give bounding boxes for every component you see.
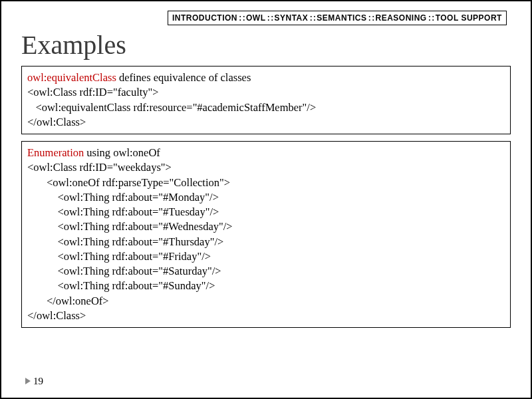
code-line: <owl:Thing rdf:about="#Friday"/>	[27, 249, 505, 264]
slide: INTRODUCTION : : OWL : : SYNTAX : : SEMA…	[0, 0, 532, 399]
breadcrumb-sep: : :	[266, 13, 275, 23]
code-line: <owl:Class rdf:ID="weekdays">	[27, 160, 505, 175]
box-lead: owl:equivalentClass defines equivalence …	[27, 70, 505, 85]
breadcrumb-item: SEMANTICS	[317, 13, 366, 23]
code-line: </owl:oneOf>	[27, 294, 505, 309]
code-line: <owl:Class rdf:ID="faculty">	[27, 85, 505, 100]
footer: 19	[25, 376, 43, 387]
breadcrumb-sep: : :	[237, 13, 246, 23]
code-line: </owl:Class>	[27, 115, 505, 130]
breadcrumb-item: REASONING	[375, 13, 426, 23]
code-line: <owl:Thing rdf:about="#Tuesday"/>	[27, 205, 505, 219]
arrow-right-icon	[25, 378, 31, 384]
breadcrumb-sep: : :	[427, 13, 436, 23]
code-line: <owl:Thing rdf:about="#Monday"/>	[27, 190, 505, 205]
lead-rest: defines equivalence of classes	[116, 71, 251, 84]
breadcrumb-item: INTRODUCTION	[172, 13, 237, 23]
code-line: <owl:Thing rdf:about="#Sunday"/>	[27, 279, 505, 293]
code-line: <owl:Thing rdf:about="#Wednesday"/>	[27, 219, 505, 234]
highlight-term: Enumeration	[27, 146, 84, 159]
lead-rest: using owl:oneOf	[84, 146, 160, 159]
code-line: <owl:equivalentClass rdf:resource="#acad…	[27, 100, 505, 115]
example-box-equivalentclass: owl:equivalentClass defines equivalence …	[21, 66, 511, 134]
breadcrumb: INTRODUCTION : : OWL : : SYNTAX : : SEMA…	[168, 11, 507, 25]
breadcrumb-item: OWL	[246, 13, 266, 23]
code-line: <owl:Thing rdf:about="#Saturday"/>	[27, 264, 505, 279]
breadcrumb-item: TOOL SUPPORT	[436, 13, 502, 23]
breadcrumb-sep: : :	[366, 13, 375, 23]
code-line: <owl:Thing rdf:about="#Thursday"/>	[27, 235, 505, 249]
breadcrumb-item: SYNTAX	[275, 13, 309, 23]
code-line: <owl:oneOf rdf:parseType="Collection">	[27, 176, 505, 190]
breadcrumb-sep: : :	[308, 13, 317, 23]
page-number: 19	[33, 376, 43, 386]
highlight-term: owl:equivalentClass	[27, 71, 116, 84]
box-lead: Enumeration using owl:oneOf	[27, 146, 505, 160]
code-line: </owl:Class>	[27, 309, 505, 323]
page-title: Examples	[21, 29, 511, 61]
example-box-enumeration: Enumeration using owl:oneOf <owl:Class r…	[21, 141, 511, 328]
